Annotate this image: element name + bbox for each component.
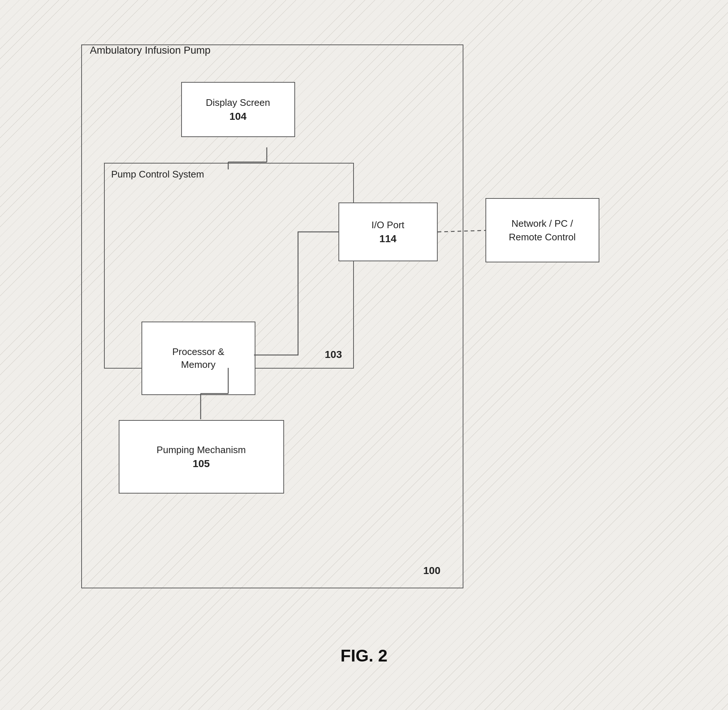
pumping-title: Pumping Mechanism	[157, 444, 246, 456]
diagram-wrapper: Ambulatory Infusion Pump 100 Pump Contro…	[52, 34, 677, 676]
io-port-title: I/O Port	[371, 219, 405, 231]
network-title: Network / PC / Remote Control	[509, 217, 575, 244]
ambulatory-infusion-pump-box: Ambulatory Infusion Pump 100 Pump Contro…	[81, 44, 464, 588]
pump-control-system-box: Pump Control System 103 Processor & Memo…	[104, 163, 354, 368]
pump-control-number: 103	[325, 349, 342, 361]
io-port-number: 114	[379, 233, 396, 245]
processor-title: Processor & Memory	[172, 345, 225, 371]
pump-control-label: Pump Control System	[112, 169, 204, 180]
io-port-box: I/O Port 114	[339, 202, 438, 261]
display-screen-number: 104	[229, 111, 247, 122]
display-screen-box: Display Screen 104	[181, 82, 295, 137]
processor-memory-box: Processor & Memory	[141, 321, 255, 395]
pumping-mechanism-box: Pumping Mechanism 105	[119, 420, 284, 494]
network-pc-remote-box: Network / PC / Remote Control	[486, 198, 599, 263]
page: Ambulatory Infusion Pump 100 Pump Contro…	[0, 0, 728, 710]
display-screen-title: Display Screen	[206, 97, 270, 109]
figure-label: FIG. 2	[341, 646, 388, 666]
outer-box-number: 100	[423, 565, 440, 577]
pumping-number: 105	[192, 458, 210, 469]
outer-box-label: Ambulatory Infusion Pump	[88, 44, 212, 56]
